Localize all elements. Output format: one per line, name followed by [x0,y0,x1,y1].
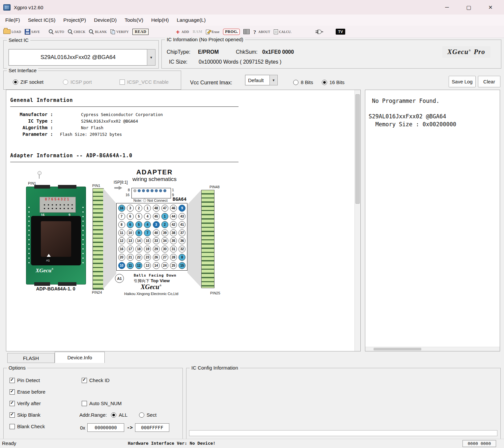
bga-ball-43: 43 [179,213,185,220]
isp-dot [133,189,136,192]
verify-after-checkbox[interactable] [10,401,15,406]
scrollbar-thumb[interactable] [374,348,421,350]
menu-item-help-h[interactable]: Help(H) [147,15,173,26]
toolbar-ram-button[interactable]: RAM [193,29,203,34]
log-panel-hscrollbar[interactable] [365,347,500,351]
pin-detect-checkbox[interactable] [10,378,15,383]
bits16-radio[interactable] [322,80,327,85]
toolbar-prog-button[interactable]: PROG. [223,29,240,35]
schematic-xgecu-logo: XGecu® [141,283,161,291]
close-button[interactable]: ✕ [480,4,501,11]
bga-ball-12: 12 [135,262,142,269]
save-log-button[interactable]: Save Log [449,76,476,87]
app-icon [3,4,11,11]
isp-dot [142,189,145,192]
check-id-checkbox[interactable] [82,378,87,383]
field-label: Manufactor : [10,112,53,117]
window-title: Xgpro v12.60 [14,5,43,10]
bga-ball-34: 34 [161,237,168,244]
icsp-vcc-checkbox[interactable] [120,79,125,85]
isp-dot [138,189,141,192]
vcc-imax-dropdown-button[interactable]: ▼ [269,75,278,85]
divider [10,162,238,162]
toolbar-stripes-button[interactable] [243,29,250,34]
auto-sn-num-checkbox[interactable] [82,401,87,406]
bga-ball-8: 8 [118,221,125,228]
tab-flash[interactable]: FLASH [7,353,55,363]
auto-sn-num-label: Auto SN_NUM [89,401,122,406]
field-row: IC Type : S29AL016JxxFxx02 @BGA64 [10,118,163,125]
toolbar-auto-button[interactable]: AUTO [49,29,64,34]
addr-all-radio[interactable] [111,412,116,418]
toolbar-save-button[interactable]: SAVE [25,29,40,35]
menu-item-language-l[interactable]: Language(L) [173,15,210,26]
menu-item-select-ic-s[interactable]: Select IC(S) [24,15,60,26]
bga-ball-6: 6 [127,221,134,228]
vcc-imax-label: Vcc Current Imax: [190,80,232,86]
bga-ball-10: 10 [127,229,134,236]
field-label: Parameter : [10,132,53,137]
bga-ball-29: 29 [153,246,160,253]
tab-device-info[interactable]: Device.Info [55,352,105,363]
vcc-imax-select[interactable]: Default [245,75,273,85]
log-text: No Programmer Found. S29AL016JxxFxx02 @B… [369,97,456,128]
set-interface-group: Set Interface ZIF socket ICSP port ICSP_… [3,71,181,90]
toolbar-check-button[interactable]: CHECK [68,29,85,34]
bga-ball-5: 5 [135,221,142,228]
toolbar-calcu-button[interactable]: CALCU. [274,29,292,34]
bga-ball-32: 32 [179,246,185,253]
toolbar-tv-button[interactable]: TV [336,29,345,35]
isp-dot [155,189,158,192]
pcb-header-numbers: 87654321 [40,197,75,201]
toolbar-verify-button[interactable]: VERIFY [110,29,129,34]
main-panel-scrollbar[interactable] [354,90,360,351]
zif-socket-radio[interactable] [13,79,18,85]
bga-ball-27: 27 [161,254,168,261]
ic-config-group: IC Config Information [186,368,501,439]
pcb-connector-tab [58,282,76,286]
strip-pin1-label: PIN1 [92,184,100,188]
a1-circle: A1 [115,274,124,283]
toolbar-gate-button[interactable] [316,29,323,34]
bga-ball-7: 7 [118,213,125,220]
bga-ball-15: 15 [144,237,151,244]
blank-check-checkbox[interactable] [10,424,15,429]
a1-triangle-icon [47,254,51,257]
bga-ball-1: 1 [161,213,168,220]
bga-ball-45: 45 [153,213,160,220]
menu-item-tools-v[interactable]: Tools(V) [121,15,147,26]
menu-item-device-d[interactable]: Device(D) [90,15,121,26]
select-ic-combo[interactable]: S29AL016JxxFxx02 @BGA64 [9,49,148,66]
minimize-button[interactable]: ─ [436,4,458,10]
scrollbar-thumb[interactable] [355,94,360,204]
menu-item-project-p[interactable]: Project(P) [59,15,90,26]
select-ic-dropdown-button[interactable]: ▼ [147,49,155,66]
adapter-schematic-title: ADAPTER [115,168,194,176]
pcb-connector-tab [34,185,50,189]
addr-to-input[interactable]: 000FFFFF [135,423,169,432]
toolbar-load-button[interactable]: LOAD [3,29,21,34]
toolbar: LOADSAVEAUTOCHECKBLANKVERIFYREADADDRAMEr… [0,26,504,38]
toolbar-add-button[interactable]: ADD [176,29,189,34]
toolbar-blank-button[interactable]: BLANK [89,29,107,34]
check-id-label: Check ID [89,377,110,383]
toolbar-read-button[interactable]: READ [132,29,149,35]
addr-from-input[interactable]: 00000000 [87,423,124,432]
bits8-radio[interactable] [293,80,298,85]
xgecu-pro-logo: XGecu®Pro [442,46,490,58]
toolbar-erase-button[interactable]: Erase [206,29,219,34]
clear-button[interactable]: Clear [478,76,500,87]
menu-item-file-f[interactable]: File(F) [1,15,24,26]
bga-ball-16: 16 [118,205,125,212]
bits8-label: 8 Bits [301,79,313,85]
skip-blank-checkbox[interactable] [10,412,15,418]
icsp-port-radio[interactable] [63,79,68,85]
addr-sect-radio[interactable] [139,412,144,418]
chip-type-label: ChipType: [167,49,190,55]
save-icon [25,29,30,35]
toolbar-about-button[interactable]: ABOUT [253,29,270,34]
erase-before-checkbox[interactable] [10,389,15,395]
chksum-label: ChkSum: [236,49,258,55]
toolbar-tv-label: TV [336,29,345,35]
maximize-button[interactable]: ▢ [458,4,480,11]
